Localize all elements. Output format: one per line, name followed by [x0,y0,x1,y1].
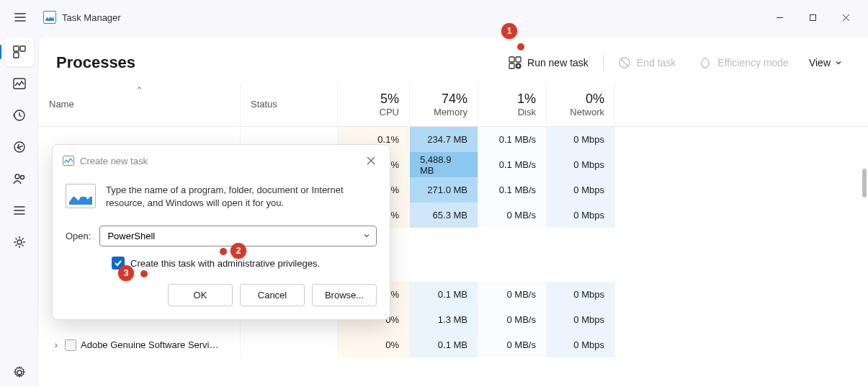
svg-point-10 [14,210,15,211]
run-new-task-label: Run new task [527,57,589,68]
hamburger-icon [14,11,27,24]
services-icon [12,235,27,249]
sidebar-item-settings[interactable] [5,358,34,387]
menu-button[interactable] [6,3,35,32]
cpu-pct: 5% [380,92,399,107]
titlebar: Task Manager [0,0,868,35]
ok-button[interactable]: OK [168,284,233,306]
dialog-description: Type the name of a program, folder, docu… [106,184,377,210]
cell-disk: 0.1 MB/s [478,177,547,203]
cell-net: 0 Mbps [547,282,615,307]
cell-net: 0 Mbps [547,177,615,203]
col-status-label: Status [251,99,327,110]
processes-icon [12,45,27,59]
svg-point-12 [17,240,22,244]
svg-rect-1 [14,46,19,51]
app-icon [43,11,56,24]
svg-rect-3 [14,53,19,58]
svg-point-8 [21,176,24,179]
column-disk[interactable]: 1% Disk [478,82,547,126]
maximize-button[interactable] [796,6,829,29]
view-button[interactable]: View [800,51,851,74]
disk-lbl: Disk [518,107,536,117]
net-pct: 0% [586,92,604,107]
maximize-icon [809,14,817,22]
cell-name: ›Adobe Genuine Software Servi… [39,332,241,357]
sidebar-item-history[interactable] [5,101,34,130]
history-icon [12,108,27,123]
cell-cpu: 0% [338,332,410,357]
minimize-button[interactable] [763,6,796,29]
cell-mem: 0.1 MB [410,282,478,307]
chevron-down-icon [835,59,842,66]
net-lbl: Network [570,107,604,117]
cell-mem: 271.0 MB [410,177,478,203]
column-memory[interactable]: 74% Memory [410,82,478,126]
sidebar-item-services[interactable] [5,228,34,257]
process-icon [65,339,76,351]
run-task-icon [509,56,522,69]
cell-mem: 65.3 MB [410,203,478,228]
users-icon [12,172,27,186]
sidebar-item-users[interactable] [5,164,34,193]
disk-pct: 1% [517,92,536,107]
gear-icon [12,365,27,380]
cell-net: 0 Mbps [547,307,615,332]
cancel-button[interactable]: Cancel [240,284,305,306]
efficiency-mode-button[interactable]: Efficiency mode [687,50,800,75]
page-title: Processes [56,53,135,72]
cell-mem: 0.1 MB [410,332,478,357]
minimize-icon [776,14,784,22]
process-name: Adobe Genuine Software Servi… [81,339,219,350]
cell-disk: 0 MB/s [478,282,547,307]
scrollbar[interactable] [862,169,867,197]
run-new-task-button[interactable]: Run new task [497,50,600,75]
cpu-lbl: CPU [380,107,399,117]
sidebar-item-details[interactable] [5,196,34,225]
open-input[interactable] [106,230,363,242]
cell-mem: 1.3 MB [410,307,478,332]
sidebar-item-startup[interactable] [5,133,34,161]
close-button[interactable] [829,6,862,29]
svg-rect-0 [810,14,815,20]
dialog-close-button[interactable] [362,152,380,169]
browse-button[interactable]: Browse... [312,284,377,306]
admin-label: Create this task with administrative pri… [130,258,320,269]
svg-point-11 [14,214,15,215]
svg-rect-16 [509,63,514,68]
annotation-3: 3 [118,265,134,281]
cell-mem: 5,488.9 MB [410,152,478,177]
table-row[interactable]: ›Adobe Genuine Software Servi…0%0.1 MB0 … [39,332,868,357]
cell-disk: 0 MB/s [478,203,547,228]
expand-chevron-icon[interactable]: › [52,339,61,350]
column-name[interactable]: ⌃ Name [39,82,241,126]
cell-disk: 0 MB/s [478,332,547,357]
dialog-title: Create new task [80,156,148,166]
cell-disk: 0.1 MB/s [478,152,547,177]
annotation-3-dot [140,270,148,277]
annotation-1-dot [517,43,524,50]
sidebar-item-performance[interactable] [5,69,34,98]
cell-net: 0 Mbps [547,152,615,177]
column-cpu[interactable]: 5% CPU [338,82,410,126]
column-status[interactable]: Status [241,82,338,126]
cell-net: 0 Mbps [547,332,615,357]
end-task-label: End task [637,57,676,68]
open-label: Open: [66,231,91,241]
cell-net: 0 Mbps [547,127,615,152]
sidebar [0,35,39,387]
app-title: Task Manager [62,12,121,23]
mem-pct: 74% [442,92,467,107]
startup-icon [12,140,27,154]
sidebar-item-processes[interactable] [5,37,34,66]
annotation-2-dot [220,248,227,255]
sort-indicator-icon: ⌃ [135,85,143,96]
dropdown-arrow-icon[interactable] [363,231,370,241]
mem-lbl: Memory [434,107,467,117]
cell-disk: 0 MB/s [478,307,547,332]
column-network[interactable]: 0% Network [547,82,615,126]
svg-point-7 [15,174,19,179]
end-task-button[interactable]: End task [607,50,687,75]
end-task-icon [618,56,631,69]
efficiency-icon [699,56,712,69]
